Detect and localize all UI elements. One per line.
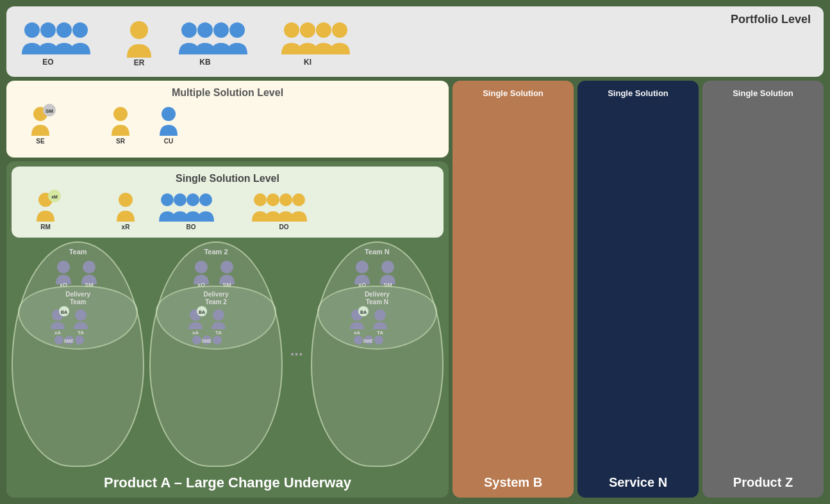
svg-point-3 [72, 22, 88, 38]
product-z-column: Single Solution Product Z [702, 81, 824, 498]
svg-point-65 [192, 336, 201, 345]
svg-text:xM: xM [51, 195, 58, 199]
svg-point-53 [75, 336, 84, 345]
svg-point-31 [161, 193, 174, 206]
delivery-team-2: DeliveryTeam 2 BA xA TA [156, 286, 276, 350]
avatar-group-er: ER [122, 16, 157, 67]
svg-text:xA: xA [54, 330, 61, 336]
delivery-2-label: DeliveryTeam 2 [204, 291, 229, 306]
bottom-area: Multiple Solution Level SM SE [6, 81, 824, 498]
svg-point-39 [292, 193, 305, 206]
team-n-label: Team N [365, 248, 390, 256]
svg-point-37 [267, 193, 279, 206]
single-solution-title: Single Solution Level [21, 173, 434, 184]
system-b-single-solution: Single Solution [483, 88, 544, 98]
svg-point-63 [213, 309, 224, 321]
svg-point-77 [374, 309, 386, 321]
svg-text:TA: TA [377, 330, 383, 336]
svg-point-36 [254, 193, 267, 206]
svg-text:TA: TA [78, 330, 84, 336]
multiple-solution-persons: SM SE SR CU [16, 104, 439, 145]
svg-text:SME: SME [202, 339, 212, 343]
svg-text:BA: BA [360, 310, 367, 314]
left-column: Multiple Solution Level SM SE [6, 81, 449, 498]
svg-text:SM: SM [46, 108, 53, 114]
svg-point-32 [174, 193, 187, 206]
single-solution-persons: xM RM xR [21, 190, 434, 231]
svg-point-23 [162, 107, 176, 121]
svg-text:xA: xA [192, 330, 199, 336]
delivery-n-label: DeliveryTeam N [365, 291, 390, 306]
svg-text:xA: xA [354, 330, 360, 336]
svg-point-1 [40, 22, 56, 38]
svg-text:EO: EO [42, 58, 53, 67]
svg-point-51 [54, 336, 63, 345]
svg-text:SME: SME [363, 339, 373, 343]
svg-point-7 [181, 22, 197, 38]
svg-point-12 [284, 22, 299, 38]
team-2-oval: Team 2 xO SM DeliveryTeam 2 [149, 241, 282, 467]
service-n-column: Single Solution Service N [577, 81, 699, 498]
avatar-group-eo: EO [19, 16, 103, 67]
svg-point-55 [195, 261, 208, 273]
svg-point-5 [130, 21, 148, 39]
svg-point-69 [356, 261, 369, 273]
svg-point-2 [56, 22, 72, 38]
svg-point-43 [83, 261, 95, 273]
svg-point-33 [187, 193, 199, 206]
product-z-single-solution: Single Solution [733, 88, 793, 98]
product-a-label: Product A – Large Change Underway [12, 471, 444, 492]
product-a-container: Single Solution Level xM RM [6, 161, 449, 498]
svg-point-15 [332, 22, 347, 38]
svg-text:CU: CU [164, 138, 173, 145]
svg-text:SME: SME [64, 339, 74, 343]
svg-point-10 [229, 22, 245, 38]
team-2-label: Team 2 [204, 248, 228, 256]
main-container: Portfolio Level [6, 6, 824, 498]
svg-point-29 [119, 193, 133, 207]
svg-point-34 [199, 193, 212, 206]
system-b-column: Single Solution System B [452, 81, 574, 498]
svg-text:BA: BA [199, 310, 205, 314]
svg-text:DO: DO [279, 224, 289, 231]
svg-text:KI: KI [304, 58, 311, 67]
svg-point-81 [374, 336, 383, 345]
team-1-label: Team [69, 248, 87, 256]
svg-point-13 [300, 22, 315, 38]
service-n-label: Service N [609, 475, 667, 490]
svg-point-38 [279, 193, 292, 206]
svg-point-8 [197, 22, 213, 38]
svg-text:SE: SE [36, 138, 45, 145]
dots-separator: ··· [288, 241, 306, 467]
svg-point-57 [220, 261, 233, 273]
svg-text:BA: BA [61, 310, 67, 314]
svg-text:RM: RM [40, 224, 51, 231]
right-columns: Single Solution System B Single Solution… [452, 81, 824, 498]
svg-point-14 [316, 22, 331, 38]
svg-point-49 [75, 309, 87, 321]
delivery-1-label: DeliveryTeam [65, 291, 90, 306]
svg-text:BO: BO [187, 224, 196, 231]
svg-text:SR: SR [116, 138, 126, 145]
team-1-oval: Team xO SM DeliveryTeam [12, 241, 144, 467]
delivery-team-n: DeliveryTeam N BA xA TA [317, 286, 437, 350]
portfolio-level: Portfolio Level [6, 6, 824, 77]
svg-text:ER: ER [134, 58, 145, 67]
delivery-team-1: DeliveryTeam BA xA [18, 286, 138, 350]
svg-text:TA: TA [215, 330, 222, 336]
svg-point-41 [57, 261, 70, 273]
avatar-group-ki: KI [279, 16, 362, 67]
svg-text:xR: xR [122, 224, 131, 231]
svg-point-79 [354, 336, 363, 345]
svg-point-0 [24, 22, 40, 38]
teams-row: Team xO SM DeliveryTeam [12, 241, 444, 467]
svg-point-71 [381, 261, 394, 273]
svg-point-67 [213, 336, 222, 345]
system-b-label: System B [484, 475, 542, 490]
portfolio-title: Portfolio Level [731, 13, 811, 26]
service-n-single-solution: Single Solution [608, 88, 668, 98]
team-n-oval: Team N xO SM DeliveryTeam N [311, 241, 444, 467]
multiple-solution-box: Multiple Solution Level SM SE [6, 81, 449, 158]
single-solution-box: Single Solution Level xM RM [12, 167, 444, 238]
avatar-group-kb: KB [176, 16, 260, 67]
